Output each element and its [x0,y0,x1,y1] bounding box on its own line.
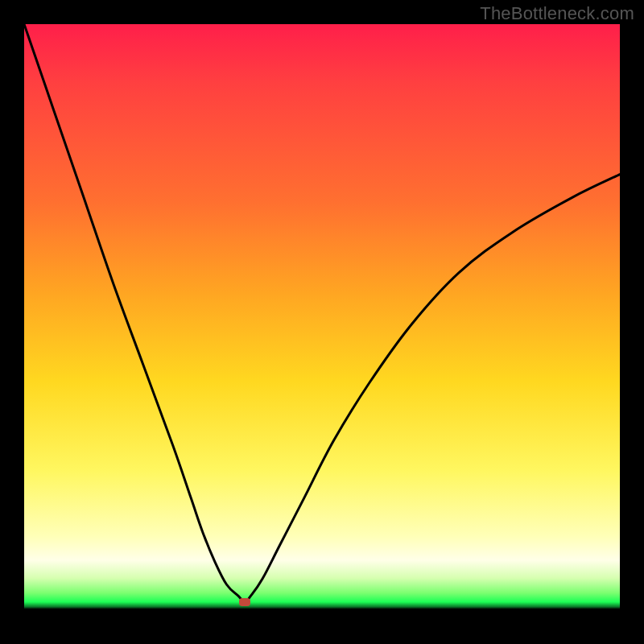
curve-svg [24,24,620,620]
chart-frame: TheBottleneck.com [0,0,644,644]
minimum-marker [239,598,250,606]
plot-area [24,24,620,620]
bottleneck-curve [24,24,620,602]
watermark-text: TheBottleneck.com [480,3,634,24]
